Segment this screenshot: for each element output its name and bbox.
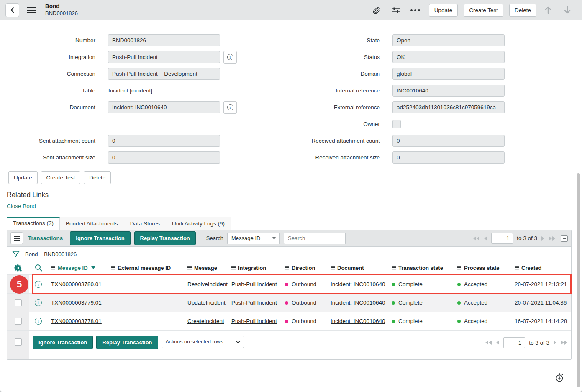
domain-field[interactable] [392, 68, 505, 80]
info-icon[interactable] [35, 281, 42, 288]
replay-transaction-button-footer[interactable]: Replay Transaction [96, 336, 158, 349]
ignore-transaction-button-footer[interactable]: Ignore Transaction [33, 336, 93, 349]
info-icon[interactable] [35, 318, 42, 325]
funnel-icon[interactable] [12, 251, 20, 258]
list-filter-breadcrumb[interactable]: Bond = BND0001826 [25, 251, 77, 257]
list-search-input[interactable] [284, 233, 346, 244]
sent-attachment-size-field[interactable] [108, 151, 220, 164]
close-bond-link[interactable]: Close Bond [0, 199, 36, 209]
ignore-transaction-button[interactable]: Ignore Transaction [70, 231, 130, 245]
response-time-icon[interactable] [555, 373, 564, 384]
create-test-button-header[interactable]: Create Test [464, 4, 503, 17]
list-menu-button[interactable] [10, 232, 23, 244]
document-link[interactable]: Incident: INC0010640 [331, 281, 385, 287]
column-menu-icon[interactable] [457, 267, 461, 268]
first-page-icon[interactable] [473, 236, 480, 241]
column-menu-icon[interactable] [231, 267, 236, 268]
internal-reference-field[interactable] [392, 85, 505, 97]
column-menu-icon[interactable] [51, 267, 55, 268]
integration-link[interactable]: Push-Pull Incident [231, 281, 277, 287]
replay-transaction-button[interactable]: Replay Transaction [134, 231, 196, 245]
status-field[interactable] [392, 51, 505, 63]
scrollbar-thumb[interactable] [577, 173, 580, 387]
received-attachment-size-field[interactable] [392, 151, 505, 164]
column-header-direction[interactable]: Direction [282, 265, 327, 271]
actions-on-selected-rows-select[interactable]: Actions on selected rows... [162, 336, 244, 348]
attachment-icon[interactable] [369, 6, 384, 15]
info-icon[interactable] [35, 299, 42, 306]
select-all-checkbox[interactable] [15, 338, 22, 346]
column-menu-icon[interactable] [392, 267, 396, 268]
next-page-icon[interactable] [553, 340, 557, 345]
more-options-icon[interactable] [408, 9, 423, 11]
update-button-header[interactable]: Update [429, 4, 458, 17]
list-toolbar: Transactions Ignore Transaction Replay T… [7, 230, 571, 247]
tab-transactions[interactable]: Transactions (3) [7, 217, 60, 230]
next-page-icon[interactable] [541, 236, 545, 241]
context-menu-icon[interactable] [27, 10, 36, 11]
update-button[interactable]: Update [8, 171, 38, 184]
message-id-link[interactable]: TXN0000003778.01 [51, 318, 102, 324]
page-number-input[interactable] [503, 337, 525, 348]
delete-button-header[interactable]: Delete [509, 4, 536, 17]
last-page-icon[interactable] [549, 236, 556, 241]
page-number-input[interactable] [491, 233, 513, 244]
created-cell: 20-07-2021 11:04:36 [511, 300, 571, 306]
received-attachment-count-field[interactable] [392, 135, 505, 147]
message-link[interactable]: ResolveIncident [187, 281, 228, 287]
document-link[interactable]: Incident: INC0010640 [331, 318, 385, 324]
column-menu-icon[interactable] [187, 267, 192, 268]
row-select-checkbox[interactable] [15, 299, 22, 306]
message-id-link[interactable]: TXN0000003779.01 [51, 300, 102, 306]
tab-data-stores[interactable]: Data Stores [124, 217, 166, 230]
first-page-icon[interactable] [485, 340, 492, 345]
connection-field[interactable] [108, 68, 220, 80]
row-select-checkbox[interactable] [15, 318, 22, 325]
integration-link[interactable]: Push-Pull Incident [231, 318, 277, 324]
minimize-list-icon[interactable] [561, 235, 568, 242]
previous-record-icon[interactable] [541, 5, 556, 15]
back-button[interactable] [5, 3, 19, 17]
integration-field[interactable] [108, 51, 220, 63]
list-title[interactable]: Transactions [28, 235, 63, 241]
document-link[interactable]: Incident: INC0010640 [331, 300, 385, 306]
column-menu-icon[interactable] [285, 267, 289, 268]
tab-unifi-activity-logs[interactable]: Unifi Activity Logs (9) [166, 217, 231, 230]
integration-preview-button[interactable] [223, 51, 237, 64]
personalize-form-icon[interactable] [388, 6, 403, 14]
last-page-icon[interactable] [561, 340, 568, 345]
search-field-select[interactable]: Message ID [227, 233, 280, 244]
list-search-icon[interactable] [29, 264, 48, 272]
number-field[interactable] [108, 34, 220, 46]
created-cell: 20-07-2021 12:13:21 [511, 281, 571, 287]
column-header-external-message-id[interactable]: External message ID [108, 265, 184, 271]
owner-field[interactable] [392, 120, 401, 128]
column-header-created[interactable]: Created [511, 265, 571, 271]
state-field[interactable] [392, 34, 505, 46]
message-link[interactable]: UpdateIncident [187, 300, 226, 306]
sent-attachment-count-field[interactable] [108, 135, 220, 147]
message-id-link[interactable]: TXN0000003780.01 [51, 281, 102, 287]
delete-button[interactable]: Delete [84, 171, 111, 184]
integration-link[interactable]: Push-Pull Incident [231, 300, 277, 306]
column-header-document[interactable]: Document [327, 265, 388, 271]
column-header-transaction-state[interactable]: Transaction state [388, 265, 454, 271]
tab-bonded-attachments[interactable]: Bonded Attachments [60, 217, 124, 230]
external-reference-field[interactable] [392, 101, 505, 113]
column-header-message[interactable]: Message [184, 265, 228, 271]
column-header-message-id[interactable]: Message ID [48, 265, 108, 271]
previous-page-icon[interactable] [496, 340, 500, 345]
create-test-button[interactable]: Create Test [41, 171, 81, 184]
column-header-integration[interactable]: Integration [228, 265, 282, 271]
document-preview-button[interactable] [223, 101, 237, 114]
column-menu-icon[interactable] [515, 267, 519, 268]
column-menu-icon[interactable] [111, 267, 115, 268]
scrollbar-track [575, 20, 575, 391]
message-link[interactable]: CreateIncident [187, 318, 224, 324]
previous-page-icon[interactable] [484, 236, 487, 241]
document-field[interactable] [108, 101, 220, 113]
next-record-icon[interactable] [560, 5, 575, 15]
personalize-list-gear-icon[interactable] [7, 264, 29, 272]
column-header-process-state[interactable]: Process state [454, 265, 511, 271]
column-menu-icon[interactable] [331, 267, 335, 268]
